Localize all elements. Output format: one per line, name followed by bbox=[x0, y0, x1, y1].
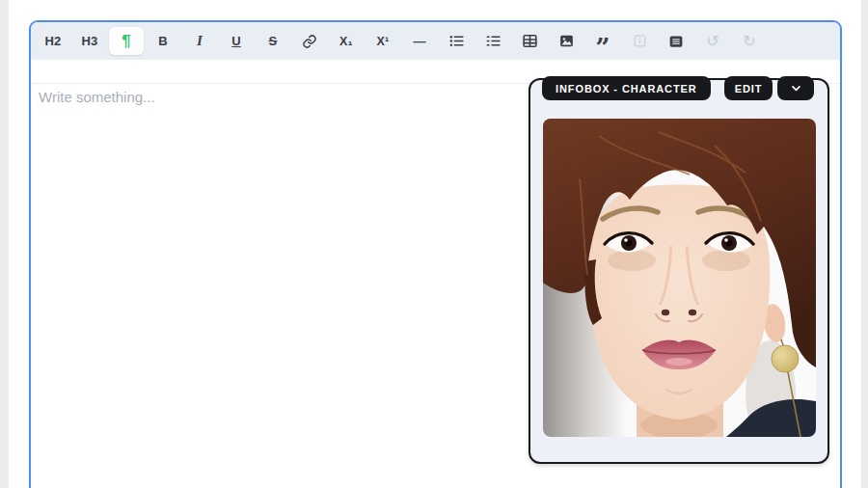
table-icon bbox=[522, 33, 538, 49]
heading3-button[interactable]: H3 bbox=[72, 27, 107, 55]
infobox-button[interactable] bbox=[659, 27, 693, 55]
formatting-toolbar: H2 H3 ¶ B I U S X₁ bbox=[31, 22, 840, 60]
portrait-illustration bbox=[543, 119, 816, 437]
redo-button[interactable]: ↻ bbox=[732, 27, 767, 55]
superscript-icon: X¹ bbox=[377, 35, 390, 48]
subscript-icon: X₁ bbox=[339, 35, 353, 48]
bullet-list-button[interactable] bbox=[439, 27, 474, 55]
infobox-collapse-button[interactable] bbox=[777, 76, 814, 100]
strikethrough-icon: S bbox=[269, 34, 278, 48]
chevron-down-icon bbox=[789, 81, 803, 95]
pilcrow-icon: ¶ bbox=[122, 32, 131, 51]
superscript-button[interactable]: X¹ bbox=[366, 27, 400, 55]
info-icon bbox=[632, 33, 648, 49]
infobox-title-badge: INFOBOX - CHARACTER bbox=[542, 76, 711, 100]
wiki-editor-page: H2 H3 ¶ B I U S X₁ bbox=[0, 0, 868, 488]
subscript-button[interactable]: X₁ bbox=[329, 27, 364, 55]
infobox-icon bbox=[667, 33, 685, 50]
image-button[interactable] bbox=[549, 27, 583, 55]
heading2-button[interactable]: H2 bbox=[36, 27, 70, 55]
blockquote-button[interactable]: ” bbox=[585, 27, 620, 55]
paragraph-button[interactable]: ¶ bbox=[109, 27, 144, 55]
infobox-panel: INFOBOX - CHARACTER EDIT bbox=[529, 78, 829, 464]
ordered-list-button[interactable] bbox=[475, 27, 510, 55]
underline-button[interactable]: U bbox=[219, 27, 254, 55]
undo-icon: ↺ bbox=[706, 32, 719, 50]
page-edge-left bbox=[0, 0, 9, 488]
link-icon bbox=[302, 34, 317, 49]
infobox-edit-button[interactable]: EDIT bbox=[724, 76, 773, 100]
bullet-list-icon bbox=[448, 33, 465, 49]
table-button[interactable] bbox=[512, 27, 547, 55]
horizontal-rule-icon: — bbox=[414, 34, 426, 48]
character-portrait-image[interactable] bbox=[543, 119, 816, 437]
image-icon bbox=[558, 33, 575, 49]
horizontal-rule-button[interactable]: — bbox=[402, 27, 437, 55]
blockquote-icon: ” bbox=[595, 31, 610, 51]
link-button[interactable] bbox=[292, 27, 327, 55]
page-edge-right bbox=[861, 0, 868, 488]
bold-button[interactable]: B bbox=[146, 27, 180, 55]
italic-icon: I bbox=[197, 33, 203, 49]
redo-icon: ↻ bbox=[743, 32, 756, 50]
italic-button[interactable]: I bbox=[182, 27, 217, 55]
undo-button[interactable]: ↺ bbox=[695, 27, 730, 55]
strikethrough-button[interactable]: S bbox=[256, 27, 290, 55]
ordered-list-icon bbox=[485, 33, 502, 49]
underline-icon: U bbox=[231, 34, 241, 48]
info-button[interactable] bbox=[622, 27, 657, 55]
